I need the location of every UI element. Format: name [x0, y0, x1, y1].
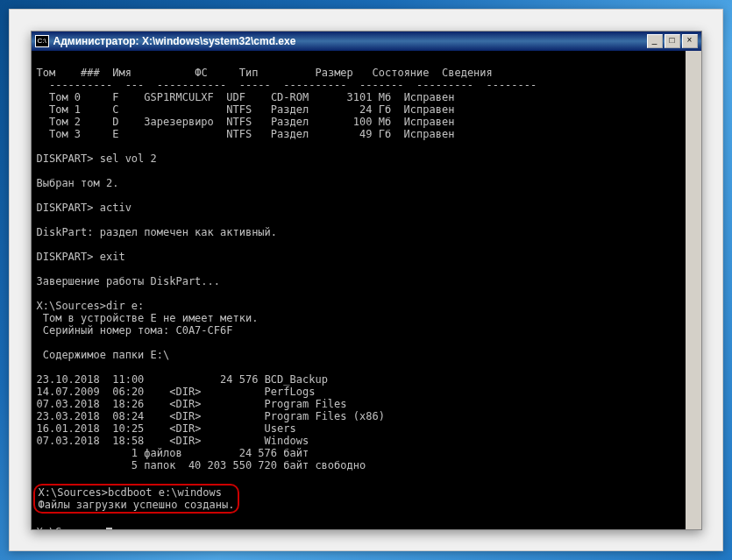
- file-row: 07.03.2018: [37, 435, 100, 447]
- col-status: Состояние: [373, 67, 430, 79]
- close-button[interactable]: ×: [682, 34, 698, 48]
- prompt-line: DISKPART> activ: [37, 202, 131, 214]
- file-row: 16.01.2018: [37, 422, 100, 435]
- title-bar[interactable]: C:\ Администратор: X:\windows\system32\c…: [32, 32, 701, 51]
- output-line: Выбран том 2.: [37, 177, 119, 189]
- file-row: 07.03.2018: [37, 398, 100, 410]
- highlighted-command: X:\Sources>bcdboot e:\windows Файлы загр…: [33, 484, 240, 514]
- file-row: 23.03.2018: [37, 410, 100, 422]
- prompt-line: DISKPART> sel vol 2: [37, 152, 157, 165]
- prompt-line: X:\Sources>: [37, 526, 106, 529]
- col-type: Тип: [239, 67, 259, 79]
- cmd-icon: C:\: [35, 35, 49, 47]
- col-tom: Том: [37, 67, 56, 79]
- output-line: Том в устройстве E не имеет метки.: [37, 312, 259, 324]
- scroll-down-button[interactable]: ▼: [686, 515, 700, 529]
- window-buttons: _ □ ×: [647, 34, 698, 48]
- output-line: 5 папок 40 203 550 720 байт свободно: [37, 459, 366, 471]
- output-line: DiskPart: раздел помечен как активный.: [37, 226, 278, 238]
- vol-row: Том 1: [49, 103, 81, 116]
- col-hash: ###: [81, 67, 100, 79]
- prompt-line: X:\Sources>bcdboot e:\windows: [39, 486, 223, 499]
- cmd-window: C:\ Администратор: X:\windows\system32\c…: [31, 31, 702, 530]
- output-line: Завершение работы DiskPart...: [37, 275, 221, 287]
- prompt-line: X:\Sources>dir e:: [37, 300, 145, 312]
- output-line: Серийный номер тома: C0A7-CF6F: [37, 324, 233, 337]
- outer-frame: C:\ Администратор: X:\windows\system32\c…: [9, 9, 723, 551]
- vol-row: Том 2: [49, 116, 81, 128]
- output-line: Содержимое папки E:\: [37, 349, 170, 361]
- prompt-line: DISKPART> exit: [37, 251, 125, 263]
- output-line: 1 файлов 24 576 байт: [37, 447, 309, 459]
- scrollbar-thumb[interactable]: [686, 477, 700, 512]
- col-size: Размер: [315, 67, 352, 79]
- separator: ---------- --- ----------- ----- -------…: [37, 79, 537, 91]
- scroll-up-button[interactable]: ▲: [686, 51, 700, 65]
- vol-row: Том 0: [49, 91, 81, 103]
- col-fs: ФС: [195, 67, 207, 79]
- output-line: Файлы загрузки успешно созданы.: [39, 499, 235, 511]
- col-name: Имя: [112, 67, 131, 79]
- console-area[interactable]: Том ### Имя ФС Тип Размер Состояние Свед…: [32, 51, 701, 529]
- file-row: 23.10.2018: [37, 373, 100, 386]
- cursor: [106, 528, 112, 529]
- window-title: Администратор: X:\windows\system32\cmd.e…: [53, 35, 647, 47]
- file-row: 14.07.2009: [37, 386, 100, 398]
- minimize-button[interactable]: _: [647, 34, 663, 48]
- vol-row: Том 3: [49, 128, 81, 140]
- maximize-button[interactable]: □: [664, 34, 680, 48]
- col-info: Сведения: [442, 67, 493, 79]
